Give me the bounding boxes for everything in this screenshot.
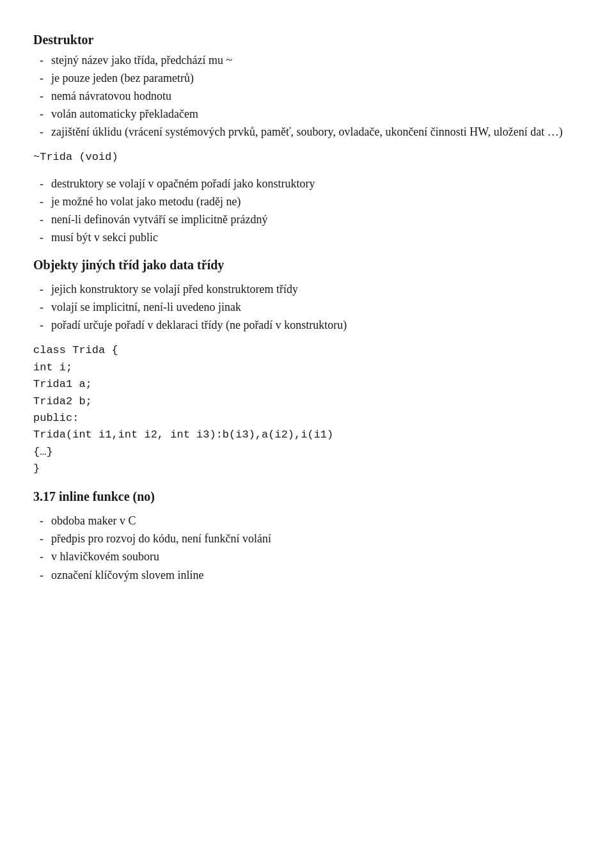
list-item: v hlavičkovém souboru bbox=[33, 548, 581, 565]
list-item: zajištění úklidu (vrácení systémových pr… bbox=[33, 123, 581, 140]
list-item: musí být v sekci public bbox=[33, 229, 581, 246]
destruktor-bullets-2: destruktory se volají v opačném pořadí j… bbox=[33, 175, 581, 246]
objekty-heading: Objekty jiných tříd jako data třídy bbox=[33, 256, 581, 274]
list-item: předpis pro rozvoj do kódu, není funkční… bbox=[33, 530, 581, 547]
inline-heading: 3.17 inline funkce (no) bbox=[33, 487, 581, 506]
list-item: je možné ho volat jako metodu (raděj ne) bbox=[33, 193, 581, 210]
trida-void-code: ~Trida (void) bbox=[33, 149, 581, 166]
page-content: Destruktor stejný název jako třída, před… bbox=[33, 31, 581, 583]
list-item: destruktory se volají v opačném pořadí j… bbox=[33, 175, 581, 192]
inline-section: 3.17 inline funkce (no) obdoba maker v C… bbox=[33, 487, 581, 583]
destruktor-heading: Destruktor bbox=[33, 31, 581, 49]
list-item: volán automaticky překladačem bbox=[33, 106, 581, 122]
objekty-bullets: jejich konstruktory se volají před konst… bbox=[33, 281, 581, 333]
inline-bullets: obdoba maker v C předpis pro rozvoj do k… bbox=[33, 512, 581, 583]
list-item: pořadí určuje pořadí v deklaraci třídy (… bbox=[33, 317, 581, 333]
class-trida-code: class Trida { int i; Trida1 a; Trida2 b;… bbox=[33, 342, 581, 477]
list-item: jejich konstruktory se volají před konst… bbox=[33, 281, 581, 297]
list-item: není-li definován vytváří se implicitně … bbox=[33, 211, 581, 228]
list-item: volají se implicitní, není-li uvedeno ji… bbox=[33, 299, 581, 315]
destruktor-bullets-1: stejný název jako třída, předchází mu ~ … bbox=[33, 52, 581, 140]
list-item: stejný název jako třída, předchází mu ~ bbox=[33, 52, 581, 68]
list-item: označení klíčovým slovem inline bbox=[33, 567, 581, 583]
list-item: je pouze jeden (bez parametrů) bbox=[33, 70, 581, 86]
list-item: nemá návratovou hodnotu bbox=[33, 88, 581, 104]
list-item: obdoba maker v C bbox=[33, 512, 581, 529]
objekty-section: Objekty jiných tříd jako data třídy jeji… bbox=[33, 256, 581, 333]
